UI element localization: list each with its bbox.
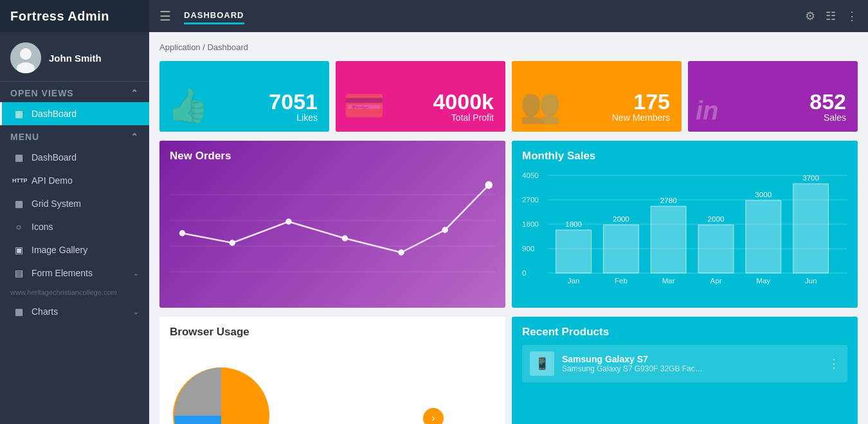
recent-products-panel: Recent Products 📱 Samsung Galaxy S7 Sams… bbox=[512, 317, 858, 424]
new-orders-title: New Orders bbox=[170, 150, 495, 163]
svg-rect-36 bbox=[746, 200, 781, 273]
form-elements-icon: ▤ bbox=[12, 268, 25, 278]
brand-title: Fortress Admin bbox=[0, 0, 149, 32]
svg-point-10 bbox=[343, 236, 348, 241]
bottom-url: www.heritagechristiancollege.com bbox=[0, 285, 149, 300]
svg-text:0: 0 bbox=[522, 269, 526, 277]
sales-label: Sales bbox=[700, 112, 846, 123]
brand-name: Fortress Admin bbox=[10, 9, 109, 24]
browser-usage-panel: Browser Usage › Chrome bbox=[159, 317, 505, 424]
profit-label: Total Profit bbox=[347, 112, 494, 123]
svg-point-12 bbox=[442, 227, 448, 233]
stat-card-profit: 💳 4000k Total Profit bbox=[336, 61, 505, 132]
hamburger-icon[interactable]: ☰ bbox=[159, 8, 171, 24]
menu-collapse-icon[interactable]: ⌃ bbox=[131, 132, 139, 142]
grid-system-label: Grid System bbox=[32, 199, 139, 209]
svg-text:Apr: Apr bbox=[710, 277, 721, 285]
svg-text:4050: 4050 bbox=[522, 172, 539, 179]
product-info: Samsung Galaxy S7 Samsung Galaxy S7 G930… bbox=[562, 354, 820, 373]
svg-text:Jan: Jan bbox=[568, 277, 580, 285]
more-icon[interactable]: ⋮ bbox=[846, 9, 858, 23]
svg-text:2000: 2000 bbox=[613, 215, 629, 223]
product-thumbnail: 📱 bbox=[530, 351, 554, 376]
browser-pie-chart bbox=[170, 345, 273, 424]
product-more-icon[interactable]: ⋮ bbox=[828, 357, 840, 371]
sales-number: 852 bbox=[700, 91, 846, 112]
sidebar-item-image-gallery[interactable]: ▣ Image Gallery bbox=[0, 238, 149, 261]
svg-rect-30 bbox=[651, 206, 686, 273]
stat-card-sales: in 852 Sales bbox=[688, 61, 858, 132]
svg-text:May: May bbox=[756, 277, 770, 285]
svg-text:2000: 2000 bbox=[708, 215, 725, 223]
line-chart bbox=[170, 169, 495, 291]
svg-text:900: 900 bbox=[522, 245, 534, 252]
middle-panels: New Orders bbox=[159, 141, 858, 308]
grid-system-icon: ▦ bbox=[12, 199, 25, 209]
browser-chart-row: › Chrome bbox=[170, 345, 495, 424]
api-demo-icon: HTTP bbox=[12, 177, 25, 184]
svg-point-7 bbox=[180, 231, 185, 236]
settings-icon[interactable]: ⚙ bbox=[805, 9, 815, 23]
topbar-icons: ⚙ ☷ ⋮ bbox=[805, 9, 858, 23]
product-desc: Samsung Galaxy S7 G930F 32GB Factory Unl… bbox=[562, 364, 703, 373]
svg-text:1800: 1800 bbox=[565, 220, 582, 228]
svg-rect-27 bbox=[604, 225, 639, 273]
svg-point-1 bbox=[20, 48, 32, 60]
topbar: ☰ DASHBOARD ⚙ ☷ ⋮ bbox=[149, 0, 868, 32]
menu-label: MENU bbox=[10, 132, 39, 142]
svg-rect-33 bbox=[698, 225, 734, 273]
sidebar-item-icons[interactable]: ○ Icons bbox=[0, 215, 149, 238]
username-label: John Smith bbox=[49, 53, 102, 64]
svg-point-11 bbox=[399, 250, 404, 255]
sidebar: Fortress Admin John Smith OPEN VIEWS ⌃ ▦… bbox=[0, 0, 149, 424]
product-item: 📱 Samsung Galaxy S7 Samsung Galaxy S7 G9… bbox=[522, 345, 847, 382]
sidebar-item-grid-system[interactable]: ▦ Grid System bbox=[0, 192, 149, 215]
svg-text:Mar: Mar bbox=[662, 277, 675, 285]
sidebar-item-dashboard-open[interactable]: ▦ DashBoard bbox=[0, 102, 149, 125]
avatar bbox=[10, 42, 41, 73]
sidebar-item-dashboard[interactable]: ▦ DashBoard bbox=[0, 146, 149, 169]
open-views-collapse-icon[interactable]: ⌃ bbox=[131, 88, 139, 98]
api-demo-label: API Demo bbox=[32, 175, 139, 186]
open-views-label: OPEN VIEWS bbox=[10, 88, 74, 98]
charts-label: Charts bbox=[32, 306, 133, 317]
charts-icon: ▦ bbox=[12, 306, 25, 317]
sidebar-item-charts[interactable]: ▦ Charts ⌄ bbox=[0, 300, 149, 323]
sidebar-item-label: DashBoard bbox=[32, 109, 139, 119]
bar-chart: 4050 2700 1800 900 0 bbox=[522, 169, 847, 297]
icons-label: Icons bbox=[32, 222, 139, 232]
sidebar-item-api-demo[interactable]: HTTP API Demo bbox=[0, 169, 149, 192]
svg-text:2780: 2780 bbox=[660, 197, 677, 204]
svg-rect-39 bbox=[793, 184, 829, 273]
svg-text:2700: 2700 bbox=[522, 196, 539, 204]
monthly-sales-panel: Monthly Sales 4050 2700 1800 900 0 bbox=[512, 141, 858, 308]
product-icon: 📱 bbox=[535, 357, 549, 371]
svg-text:3700: 3700 bbox=[802, 174, 819, 182]
stat-card-likes: 👍 7051 Likes bbox=[159, 61, 329, 132]
chrome-badge: › bbox=[423, 408, 444, 424]
form-elements-arrow-icon: ⌄ bbox=[133, 269, 139, 278]
sidebar-item-form-elements[interactable]: ▤ Form Elements ⌄ bbox=[0, 261, 149, 285]
svg-text:Jun: Jun bbox=[805, 277, 817, 285]
recent-products-title: Recent Products bbox=[522, 326, 847, 339]
monthly-sales-title: Monthly Sales bbox=[522, 150, 847, 163]
user-section: John Smith bbox=[0, 32, 149, 82]
svg-point-13 bbox=[485, 182, 492, 188]
svg-rect-24 bbox=[556, 230, 592, 273]
members-label: New Members bbox=[523, 112, 670, 123]
icons-icon: ○ bbox=[12, 222, 25, 232]
svg-point-8 bbox=[230, 240, 235, 245]
svg-text:Feb: Feb bbox=[615, 277, 628, 285]
stat-cards-row: 👍 7051 Likes 💳 4000k Total Profit 👥 175 … bbox=[159, 61, 858, 132]
grid-icon[interactable]: ☷ bbox=[826, 9, 836, 23]
tab-dashboard[interactable]: DASHBOARD bbox=[184, 8, 244, 24]
dashboard-icon: ▦ bbox=[12, 109, 25, 119]
bottom-panels: Browser Usage › Chrome bbox=[159, 317, 858, 424]
content-area: Application / Dashboard 👍 7051 Likes 💳 4… bbox=[149, 32, 868, 424]
breadcrumb: Application / Dashboard bbox=[159, 42, 858, 52]
product-name: Samsung Galaxy S7 bbox=[562, 354, 820, 364]
form-elements-label: Form Elements bbox=[32, 268, 133, 278]
menu-header: MENU ⌃ bbox=[0, 125, 149, 146]
open-views-header: OPEN VIEWS ⌃ bbox=[0, 82, 149, 102]
dashboard-menu-label: DashBoard bbox=[32, 152, 139, 163]
